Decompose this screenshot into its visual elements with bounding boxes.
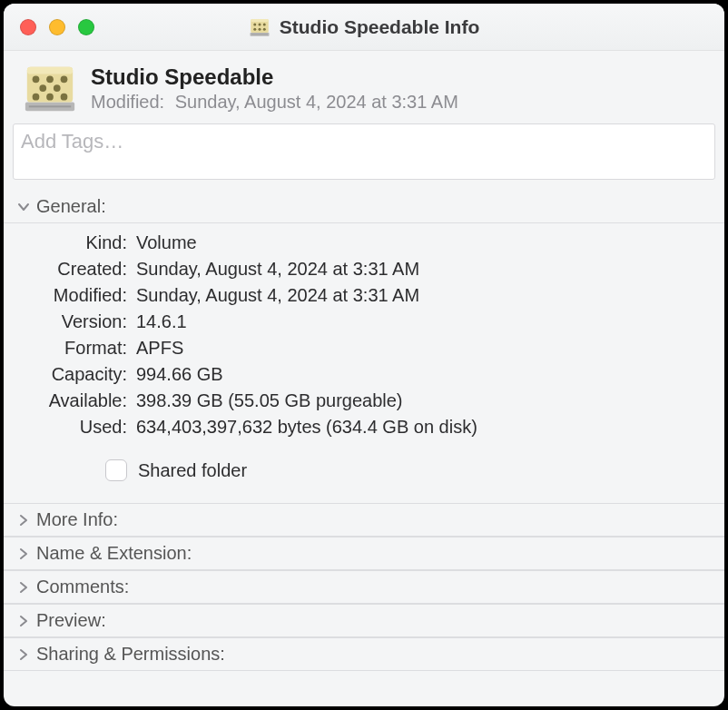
svg-point-19 [33, 94, 40, 101]
section-comments-title: Comments: [36, 577, 129, 597]
drive-icon [22, 60, 78, 116]
kind-label: Kind: [18, 232, 127, 253]
section-name-ext-header[interactable]: Name & Extension: [4, 537, 724, 570]
info-window: Studio Speedable Info Studio Speedable M… [4, 4, 724, 706]
section-name-ext-title: Name & Extension: [36, 543, 192, 564]
kind-value: Volume [136, 232, 710, 253]
modified-label: Modified: [18, 285, 127, 306]
close-window-button[interactable] [20, 19, 36, 35]
section-more-info-title: More Info: [36, 509, 118, 530]
title-center: Studio Speedable Info [4, 16, 724, 38]
svg-point-7 [253, 27, 256, 30]
svg-point-15 [46, 75, 54, 83]
section-general-title: General: [36, 196, 106, 217]
created-label: Created: [18, 259, 127, 280]
available-value: 398.39 GB (55.05 GB purgeable) [136, 390, 710, 411]
window-controls [20, 19, 94, 35]
chevron-right-icon [16, 647, 31, 662]
modified-label: Modified: [91, 92, 164, 112]
svg-point-18 [54, 84, 61, 92]
modified-value: Sunday, August 4, 2024 at 3:31 AM [175, 92, 458, 112]
svg-point-16 [61, 75, 68, 83]
titlebar: Studio Speedable Info [4, 4, 724, 51]
drive-icon [249, 16, 271, 38]
capacity-value: 994.66 GB [136, 364, 710, 385]
svg-point-6 [262, 23, 265, 25]
section-general-header[interactable]: General: [4, 191, 724, 223]
svg-point-9 [262, 27, 265, 30]
section-general-body: Kind: Volume Created: Sunday, August 4, … [4, 223, 724, 503]
shared-folder-row: Shared folder [105, 459, 710, 481]
format-value: APFS [136, 338, 710, 359]
section-more-info-header[interactable]: More Info: [4, 503, 724, 537]
minimize-window-button[interactable] [49, 19, 65, 35]
header: Studio Speedable Modified: Sunday, Augus… [4, 51, 724, 123]
svg-point-8 [258, 27, 261, 30]
chevron-down-icon [16, 200, 31, 214]
shared-folder-label: Shared folder [138, 460, 247, 481]
svg-point-21 [61, 94, 68, 101]
svg-point-17 [39, 84, 46, 92]
modified-line: Modified: Sunday, August 4, 2024 at 3:31… [91, 92, 458, 113]
version-value: 14.6.1 [136, 311, 710, 332]
svg-rect-3 [251, 19, 269, 22]
tags-input[interactable] [13, 123, 715, 180]
shared-folder-checkbox[interactable] [105, 459, 127, 481]
used-value: 634,403,397,632 bytes (634.4 GB on disk) [136, 417, 710, 438]
format-label: Format: [18, 338, 127, 359]
zoom-window-button[interactable] [78, 19, 94, 35]
available-label: Available: [18, 390, 127, 411]
chevron-right-icon [16, 513, 31, 528]
window-title: Studio Speedable Info [280, 16, 480, 38]
tags-wrap [4, 123, 724, 191]
svg-rect-11 [29, 105, 72, 107]
used-label: Used: [18, 417, 127, 438]
chevron-right-icon [16, 547, 31, 561]
modified-value: Sunday, August 4, 2024 at 3:31 AM [136, 285, 710, 306]
sections: General: Kind: Volume Created: Sunday, A… [4, 191, 724, 706]
svg-rect-2 [251, 19, 269, 33]
header-text: Studio Speedable Modified: Sunday, Augus… [91, 64, 458, 113]
svg-point-5 [258, 23, 261, 25]
svg-point-4 [253, 23, 256, 25]
item-name: Studio Speedable [91, 64, 458, 90]
svg-rect-13 [27, 67, 73, 74]
section-preview-title: Preview: [36, 610, 106, 631]
svg-point-14 [33, 75, 40, 83]
chevron-right-icon [16, 580, 31, 595]
section-comments-header[interactable]: Comments: [4, 570, 724, 604]
section-sharing-header[interactable]: Sharing & Permissions: [4, 637, 724, 671]
svg-rect-1 [251, 34, 268, 35]
svg-rect-0 [250, 33, 269, 36]
capacity-label: Capacity: [18, 364, 127, 385]
svg-point-20 [46, 94, 54, 101]
version-label: Version: [18, 311, 127, 332]
created-value: Sunday, August 4, 2024 at 3:31 AM [136, 259, 710, 280]
section-sharing-title: Sharing & Permissions: [36, 644, 225, 665]
chevron-right-icon [16, 614, 31, 628]
section-preview-header[interactable]: Preview: [4, 604, 724, 637]
